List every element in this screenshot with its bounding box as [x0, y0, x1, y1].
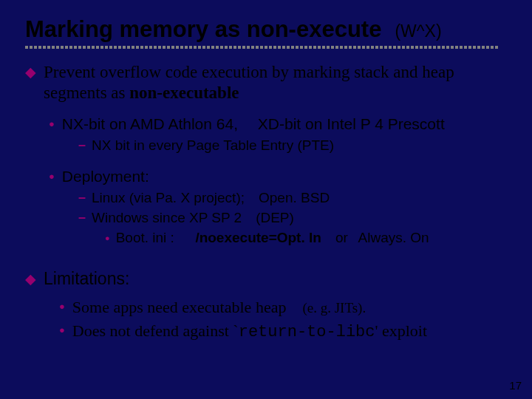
bullet-prevent-overflow: ◆ Prevent overflow code execution by mar… — [25, 62, 511, 103]
bullet-text: NX bit in every Page Table Entry (PTE) — [92, 137, 334, 155]
text-segment: Prevent overflow code execution by marki… — [44, 63, 454, 102]
dash-bullet-icon: – — [78, 209, 86, 226]
text-mono: return-to-libc — [239, 323, 375, 341]
title-underline — [25, 46, 498, 49]
bullet-text: Linux (via Pa. X project); Open. BSD — [92, 189, 330, 208]
text-segment: Does not defend against ` — [72, 321, 239, 340]
bullet-deployment: ● Deployment: — [49, 167, 511, 186]
dot-bullet-icon: ● — [49, 115, 55, 134]
bullet-nx-pte: – NX bit in every Page Table Entry (PTE) — [78, 137, 511, 155]
text-segment: ' exploit — [375, 321, 428, 340]
bullet-text: Prevent overflow code execution by marki… — [44, 62, 511, 103]
bullet-text: NX-bit on AMD Athlon 64, XD-bit on Intel… — [62, 115, 445, 134]
title-row: Marking memory as non-execute (W^X) — [25, 16, 511, 43]
dot-bullet-icon: ● — [59, 297, 65, 316]
bullet-linux: – Linux (via Pa. X project); Open. BSD — [78, 189, 511, 208]
text-segment: Boot. ini : — [116, 230, 196, 245]
bullet-text: Some apps need executable heap (e. g. JI… — [72, 297, 366, 318]
bullet-text: Boot. ini : /noexecute=Opt. In or Always… — [116, 229, 429, 248]
bullet-text: Windows since XP SP 2 (DEP) — [92, 209, 294, 228]
diamond-bullet-icon: ◆ — [25, 62, 36, 83]
bullet-nx-bit: ● NX-bit on AMD Athlon 64, XD-bit on Int… — [49, 115, 511, 134]
dash-bullet-icon: – — [78, 189, 86, 206]
text-small: (e. g. JITs). — [302, 300, 366, 316]
slide-title: Marking memory as non-execute — [25, 16, 381, 43]
dot-bullet-icon: ● — [49, 167, 55, 186]
dot-bullet-icon: ● — [59, 321, 65, 340]
bullet-text: Does not defend against `return-to-libc'… — [72, 321, 427, 343]
text-segment: Some apps need executable heap — [72, 298, 303, 316]
bullet-text: Limitations: — [44, 269, 511, 290]
slide: Marking memory as non-execute (W^X) ◆ Pr… — [0, 0, 532, 399]
diamond-bullet-icon: ◆ — [25, 269, 36, 290]
bullet-text: Deployment: — [62, 167, 149, 186]
dot-bullet-icon: ● — [105, 229, 110, 247]
bullet-limitations: ◆ Limitations: — [25, 269, 511, 290]
bullet-bootini: ● Boot. ini : /noexecute=Opt. In or Alwa… — [105, 229, 511, 248]
text-segment: or Always. On — [321, 230, 429, 245]
text-bold: /noexecute=Opt. In — [195, 230, 321, 245]
dash-bullet-icon: – — [78, 137, 86, 154]
text-bold: non-executable — [129, 83, 239, 102]
slide-title-annotation: (W^X) — [395, 21, 441, 41]
bullet-exec-heap: ● Some apps need executable heap (e. g. … — [59, 297, 511, 318]
bullet-windows: – Windows since XP SP 2 (DEP) — [78, 209, 511, 228]
page-number: 17 — [509, 379, 522, 392]
bullet-return-to-libc: ● Does not defend against `return-to-lib… — [59, 321, 511, 343]
